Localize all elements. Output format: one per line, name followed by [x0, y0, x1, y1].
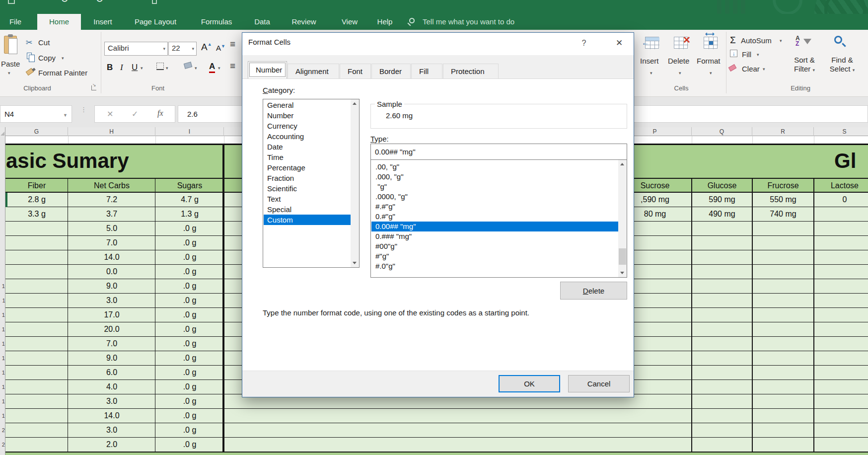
column-header-G[interactable]: G	[5, 127, 68, 136]
row-number[interactable]: 12	[0, 308, 5, 322]
format-code-item[interactable]: 0.00## "mg"	[371, 222, 619, 231]
scroll-down-icon[interactable]	[351, 259, 359, 267]
undo-icon[interactable]: ↺	[61, 0, 69, 5]
column-header-Q[interactable]: Q	[692, 127, 752, 136]
format-code-item[interactable]: #"g"	[371, 251, 619, 261]
cell[interactable]: 6.0	[68, 366, 155, 380]
scroll-up-icon[interactable]	[618, 160, 627, 168]
cell[interactable]: 2.8 g	[5, 193, 68, 207]
align-icon[interactable]: ≡	[230, 61, 235, 72]
cell[interactable]: 740 mg	[752, 207, 814, 222]
tab-formulas[interactable]: Formulas	[194, 14, 239, 30]
shrink-font-button[interactable]: A▼	[216, 44, 225, 52]
cell[interactable]: 14.0	[68, 409, 155, 423]
tab-review[interactable]: Review	[286, 14, 322, 30]
cell[interactable]: .0 g	[155, 438, 224, 452]
cell[interactable]: .0 g	[155, 322, 224, 337]
format-code-item[interactable]: .0000, "g"	[371, 192, 619, 202]
table-row[interactable]: 2.0.0 g	[5, 438, 868, 452]
row-number[interactable]: 17	[0, 380, 5, 394]
copy-dropdown-caret[interactable]: ▾	[62, 56, 64, 61]
cell[interactable]: 2.0	[68, 438, 155, 452]
cell[interactable]: .0 g	[155, 294, 224, 308]
borders-caret[interactable]: ▾	[166, 66, 168, 71]
row-number[interactable]: 11	[0, 294, 5, 308]
category-item-currency[interactable]: Currency	[264, 121, 351, 131]
cell[interactable]: 20.0	[68, 322, 155, 337]
cell[interactable]: .0 g	[155, 337, 224, 351]
cell[interactable]: 1.3 g	[155, 207, 224, 222]
quick-access-icon[interactable]	[152, 0, 157, 4]
row-number[interactable]: 8	[0, 250, 5, 265]
category-item-date[interactable]: Date	[264, 142, 351, 152]
delete-caret[interactable]: ▾	[679, 71, 681, 76]
category-item-accounting[interactable]: Accounting	[264, 131, 351, 142]
tab-data[interactable]: Data	[249, 14, 276, 30]
category-item-scientific[interactable]: Scientific	[264, 183, 351, 194]
category-item-custom[interactable]: Custom	[264, 215, 351, 225]
category-item-time[interactable]: Time	[264, 152, 351, 162]
format-code-item[interactable]: .00, "g"	[371, 162, 619, 172]
cell[interactable]: 4.7 g	[155, 193, 224, 207]
table-row[interactable]: 14.0.0 g	[5, 409, 868, 423]
dialog-tab-fill[interactable]: Fill	[411, 64, 442, 78]
tab-file[interactable]: File	[3, 14, 28, 30]
redo-icon[interactable]: ↻	[95, 0, 104, 5]
column-header-R[interactable]: R	[752, 127, 814, 136]
tab-view[interactable]: View	[337, 14, 362, 30]
delete-format-button[interactable]: Delete	[560, 282, 627, 300]
clear-caret[interactable]: ▾	[763, 67, 765, 72]
paste-dropdown-caret[interactable]: ▾	[8, 71, 10, 76]
font-name-combo[interactable]: Calibri ▾	[104, 42, 168, 56]
column-header-H[interactable]: H	[68, 127, 155, 136]
enter-entry-icon[interactable]: ✓	[132, 109, 138, 119]
table-row[interactable]: 3.0.0 g	[5, 423, 868, 438]
row-number[interactable]: 19	[0, 409, 5, 423]
underline-caret[interactable]: ▾	[141, 66, 143, 71]
dialog-tab-border[interactable]: Border	[371, 64, 411, 78]
scroll-down-icon[interactable]	[618, 269, 627, 277]
borders-icon[interactable]	[156, 63, 164, 70]
format-code-item[interactable]: 0.#"g"	[371, 212, 619, 222]
cell[interactable]: .0 g	[155, 366, 224, 380]
format-code-item[interactable]: "g"	[371, 182, 619, 192]
category-item-fraction[interactable]: Fraction	[264, 173, 351, 183]
format-codes-scrollbar[interactable]	[618, 160, 627, 277]
format-code-item[interactable]: #00"g"	[371, 241, 619, 251]
formula-bar-handle[interactable]: ⋮	[80, 108, 87, 112]
format-code-item[interactable]: .000, "g"	[371, 172, 619, 182]
cell[interactable]: 3.0	[68, 394, 155, 409]
row-number[interactable]: 5	[0, 207, 5, 222]
scroll-up-icon[interactable]	[351, 99, 359, 108]
cell[interactable]: .0 g	[155, 222, 224, 236]
underline-button[interactable]: U	[132, 63, 138, 73]
row-number[interactable]: 9	[0, 265, 5, 279]
bold-button[interactable]: B	[107, 63, 113, 73]
row-number[interactable]: 18	[0, 394, 5, 409]
insert-caret[interactable]: ▾	[650, 71, 652, 76]
row-number[interactable]: 3	[0, 178, 5, 193]
cell[interactable]: .0 g	[155, 279, 224, 294]
cell[interactable]: .0 g	[155, 250, 224, 265]
autosum-caret[interactable]: ▾	[780, 38, 782, 43]
dialog-close-icon[interactable]: ✕	[612, 36, 627, 50]
name-box[interactable]: N4 ▼	[0, 105, 72, 123]
cell[interactable]: 17.0	[68, 308, 155, 322]
dialog-tab-number[interactable]: Number	[248, 61, 287, 78]
cell[interactable]: .0 g	[155, 423, 224, 438]
row-number[interactable]: 7	[0, 236, 5, 250]
align-icon[interactable]: ≡	[230, 39, 235, 50]
ok-button[interactable]: OK	[499, 375, 560, 392]
cell[interactable]: 4.0	[68, 380, 155, 394]
cell[interactable]: 590 mg	[692, 193, 752, 207]
format-codes-listbox[interactable]: .00, "g".000, "g" "g".0000, "g"#.#"g"0.#…	[370, 160, 627, 278]
row-number[interactable]: 16	[0, 366, 5, 380]
tab-help[interactable]: Help	[372, 14, 398, 30]
cell[interactable]: .0 g	[155, 351, 224, 366]
cell[interactable]: 3.3 g	[5, 207, 68, 222]
row-number[interactable]: 20	[0, 423, 5, 438]
fill-color-icon[interactable]	[184, 62, 192, 69]
cancel-entry-icon[interactable]: ✕	[107, 109, 113, 119]
tab-insert[interactable]: Insert	[87, 14, 118, 30]
dialog-tab-alignment[interactable]: Alignment	[288, 64, 339, 78]
